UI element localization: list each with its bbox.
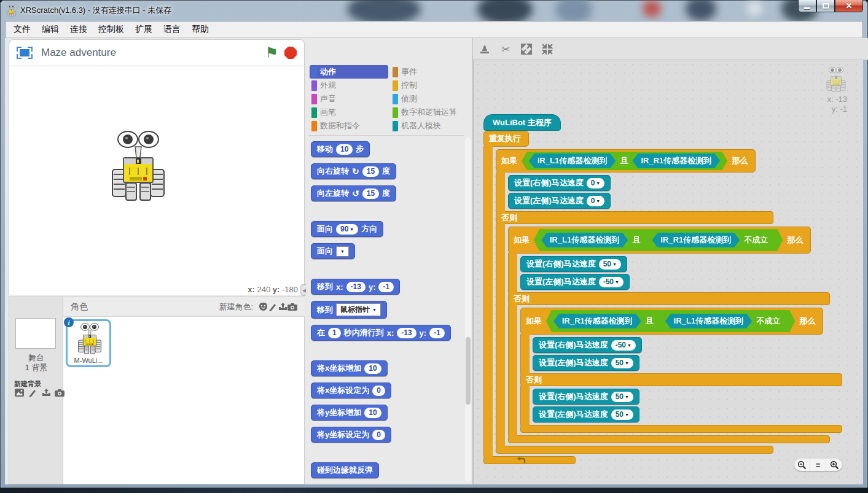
paint-sprite-icon[interactable] <box>268 302 278 311</box>
block-goto-xy[interactable]: 移到x:-13y:-1 <box>311 279 400 295</box>
block-goto-mouse[interactable]: 移到鼠标指针▼ <box>311 301 387 319</box>
forever-end-bar[interactable] <box>483 456 576 464</box>
backdrop-library-icon[interactable] <box>14 388 24 397</box>
zoom-controls: = <box>794 459 842 471</box>
block-turn-right[interactable]: 向右旋转↻15度 <box>311 163 396 179</box>
grow-icon[interactable] <box>520 43 533 55</box>
and-operator[interactable]: IR_R1传感器检测到 且 IR_L1传感器检测到 不成立 <box>546 310 795 332</box>
sprite-info-icon[interactable]: i <box>64 317 74 327</box>
stage-thumbnail[interactable] <box>15 318 56 349</box>
if3-else-bar[interactable]: 否则 <box>520 373 842 386</box>
stage-column: 舞台 1 背景 新建背景 <box>9 297 63 484</box>
sensor-ir-r1[interactable]: IR_R1传感器检测到 <box>632 153 720 168</box>
category-pen[interactable]: 画笔 <box>310 106 388 119</box>
upload-backdrop-icon[interactable] <box>41 388 51 397</box>
set-left-motor-block[interactable]: 设置(左侧)马达速度-50▼ <box>520 274 630 290</box>
if1-end-bar[interactable] <box>496 446 773 454</box>
set-left-motor-block[interactable]: 设置(左侧)马达速度50▼ <box>533 355 639 371</box>
category-motion[interactable]: 动作 <box>310 65 388 79</box>
stage-header: Maze adventure ⚑ <box>9 39 305 66</box>
block-change-y[interactable]: 将y坐标增加10 <box>311 405 388 421</box>
set-right-motor-block[interactable]: 设置(右侧)马达速度0▼ <box>508 175 611 191</box>
forever-block: 重复执行 如果 IR_L1传感器检测到 <box>483 131 842 464</box>
zoom-in-icon[interactable] <box>826 459 842 471</box>
category-robot[interactable]: 机器人模块 <box>391 119 469 133</box>
main-content: Maze adventure ⚑ x: 240 y: -180 ◀ 舞台 1 背… <box>5 38 863 484</box>
not-operator[interactable]: IR_R1传感器检测到 不成立 <box>644 231 775 249</box>
category-control[interactable]: 控制 <box>391 79 469 92</box>
green-flag-icon[interactable]: ⚑ <box>265 45 278 60</box>
zoom-out-icon[interactable] <box>794 459 810 471</box>
forever-header[interactable]: 重复执行 <box>483 131 529 147</box>
set-right-motor-block[interactable]: 设置(右侧)马达速度-50▼ <box>533 337 642 353</box>
category-events[interactable]: 事件 <box>391 65 469 79</box>
camera-backdrop-icon[interactable] <box>55 388 65 397</box>
stage-canvas[interactable]: x: 240 y: -180 <box>9 66 305 295</box>
menu-connect[interactable]: 连接 <box>65 21 93 37</box>
if2-header[interactable]: 如果 IR_L1传感器检测到 且 IR_R1传感器检测到 <box>508 227 811 254</box>
menu-file[interactable]: 文件 <box>8 21 36 37</box>
shrink-icon[interactable] <box>541 43 554 55</box>
block-set-y[interactable]: 将y坐标设定为0 <box>311 427 391 443</box>
category-data[interactable]: 数据和指令 <box>310 119 388 133</box>
palette-scrollbar-thumb[interactable] <box>466 337 471 405</box>
if3-end-bar[interactable] <box>520 425 842 433</box>
if2-end-bar[interactable] <box>508 435 830 443</box>
sensor-ir-r1[interactable]: IR_R1传感器检测到 <box>652 233 740 247</box>
scissors-icon[interactable]: ✂ <box>499 43 512 55</box>
set-left-motor-block[interactable]: 设置(左侧)马达速度50▼ <box>533 406 639 422</box>
menu-edit[interactable]: 编辑 <box>36 21 65 37</box>
scripts-toolbar: ✂ <box>478 43 554 55</box>
maximize-button[interactable] <box>816 0 835 12</box>
set-left-motor-block[interactable]: 设置(左侧)马达速度0▼ <box>508 193 611 209</box>
sprite-library-icon[interactable] <box>258 302 268 311</box>
category-operators[interactable]: 数字和逻辑运算 <box>391 106 469 119</box>
palette-separator <box>308 135 464 136</box>
stamp-icon[interactable] <box>478 43 491 55</box>
sprite-info-corner: x: -13 y: -1 <box>825 66 847 114</box>
upload-sprite-icon[interactable] <box>278 302 287 311</box>
and-operator[interactable]: IR_L1传感器检测到 且 IR_R1传感器检测到 <box>522 152 727 170</box>
if3-header[interactable]: 如果 IR_R1传感器检测到 且 IR_L1传感器检测到 <box>520 308 823 335</box>
stop-icon[interactable] <box>284 47 297 59</box>
sensor-ir-l1[interactable]: IR_L1传感器检测到 <box>665 314 752 328</box>
block-turn-left[interactable]: 向左旋转↺15度 <box>311 185 396 201</box>
fullscreen-icon[interactable] <box>17 47 33 59</box>
block-move-steps[interactable]: 移动10步 <box>311 141 370 157</box>
block-bounce-on-edge[interactable]: 碰到边缘就反弹 <box>311 462 379 478</box>
robot-sprite[interactable] <box>108 129 169 201</box>
minimize-button[interactable] <box>798 0 816 12</box>
if2-else-bar[interactable]: 否则 <box>508 292 830 305</box>
if1-header[interactable]: 如果 IR_L1传感器检测到 且 IR_R1传感器检测到 那么 <box>496 149 756 173</box>
sprite-thumbnail-wulibot[interactable]: i M-WuLi... <box>66 319 111 367</box>
palette-scrollbar[interactable] <box>465 138 471 481</box>
sensor-ir-r1[interactable]: IR_R1传感器检测到 <box>553 314 641 328</box>
menu-extensions[interactable]: 扩展 <box>130 21 158 37</box>
if1-else-bar[interactable]: 否则 <box>496 211 773 224</box>
set-right-motor-block[interactable]: 设置(右侧)马达速度50▼ <box>533 389 639 405</box>
hat-block-wulibot-main[interactable]: WuLiBot 主程序 <box>483 114 561 131</box>
paint-backdrop-icon[interactable] <box>28 388 37 397</box>
and-operator[interactable]: IR_L1传感器检测到 且 IR_R1传感器检测到 不成立 <box>534 229 783 251</box>
script-stack: WuLiBot 主程序 重复执行 如果 <box>483 114 842 464</box>
close-button[interactable]: ✕ <box>835 0 863 12</box>
sensor-ir-l1[interactable]: IR_L1传感器检测到 <box>541 233 628 247</box>
block-change-x[interactable]: 将x坐标增加10 <box>311 360 388 376</box>
menu-board[interactable]: 控制板 <box>93 21 130 37</box>
menu-help[interactable]: 帮助 <box>186 21 214 37</box>
category-looks[interactable]: 外观 <box>310 79 388 92</box>
sensor-ir-l1[interactable]: IR_L1传感器检测到 <box>529 153 616 168</box>
scripts-area: ✂ x: -13 y: -1 WuLiBot 主程序 <box>473 38 863 484</box>
block-set-x[interactable]: 将x坐标设定为0 <box>311 382 391 398</box>
category-sound[interactable]: 声音 <box>310 92 388 106</box>
block-point-towards[interactable]: 面向▼ <box>311 243 355 259</box>
set-right-motor-block[interactable]: 设置(右侧)马达速度50▼ <box>520 256 627 272</box>
not-operator[interactable]: IR_L1传感器检测到 不成立 <box>658 312 788 330</box>
block-glide[interactable]: 在1秒内滑行到x:-13y:-1 <box>311 325 451 341</box>
zoom-reset-icon[interactable]: = <box>810 459 826 471</box>
script-canvas[interactable]: x: -13 y: -1 WuLiBot 主程序 重复执行 <box>473 60 863 484</box>
camera-sprite-icon[interactable] <box>287 302 297 311</box>
category-sensing[interactable]: 侦测 <box>391 92 469 106</box>
menu-language[interactable]: 语言 <box>158 21 186 37</box>
block-point-direction[interactable]: 面向90▼方向 <box>311 221 383 237</box>
